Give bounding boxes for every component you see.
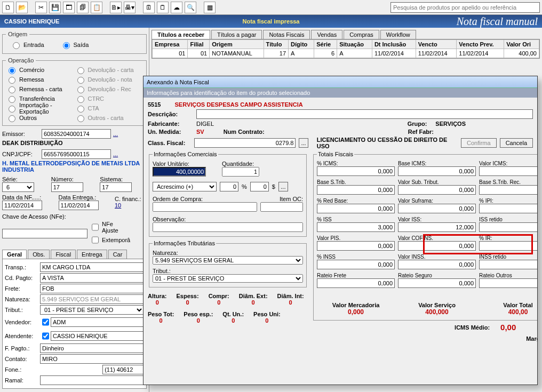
totais-input-6[interactable] — [479, 185, 537, 195]
tool-open-icon[interactable]: 📂 — [16, 2, 28, 13]
tool-grid-icon[interactable]: ▦ — [204, 2, 216, 13]
gtab-workflow[interactable]: Workflow — [380, 30, 416, 39]
gtab-vendas[interactable]: Vendas — [311, 30, 342, 39]
totais-input-22[interactable] — [479, 260, 537, 269]
chk-extempora[interactable]: Extemporâ — [90, 234, 127, 246]
atendente-check[interactable] — [42, 331, 49, 341]
vendedor-input[interactable] — [51, 317, 144, 327]
datanf-input[interactable] — [2, 201, 42, 210]
contato-input[interactable] — [40, 354, 144, 364]
totais-input-0[interactable] — [317, 166, 395, 176]
ramal-input[interactable] — [40, 375, 144, 385]
totais-input-12[interactable] — [317, 222, 395, 232]
fpagto-input[interactable] — [40, 343, 144, 353]
op-import[interactable]: Importação - Exportação — [6, 104, 75, 113]
col-serie[interactable]: Série — [314, 40, 337, 49]
tool-new-icon[interactable]: 🗋 — [2, 2, 14, 13]
totais-input-21[interactable] — [398, 260, 476, 269]
transp-input[interactable] — [40, 262, 144, 272]
tab-car[interactable]: Car — [108, 250, 127, 259]
col-venctoprev[interactable]: Vencto Prev. — [457, 40, 504, 49]
modal-natureza-select[interactable]: 5.949 SERVIÇOS EM GERAL — [153, 256, 303, 265]
acrescimo-lookup[interactable]: ... — [278, 182, 288, 191]
cnpj-lookup[interactable]: ... — [113, 151, 118, 157]
col-filial[interactable]: Filial — [188, 40, 210, 49]
acrescimo-val-input[interactable] — [250, 182, 269, 191]
cnpj-input[interactable] — [42, 149, 111, 159]
totais-input-2[interactable] — [479, 166, 537, 176]
op-dev-carta[interactable]: Devolução - carta — [75, 66, 144, 74]
dataentrega-input[interactable] — [59, 201, 99, 210]
gtab-compras[interactable]: Compras — [344, 30, 379, 39]
itemoc-input[interactable] — [260, 202, 303, 212]
acrescimo-select[interactable]: Acrescimo (+) — [153, 182, 217, 191]
op-remessa[interactable]: Remessa — [6, 75, 75, 84]
totais-input-24[interactable] — [317, 278, 395, 288]
tool-print-icon[interactable]: 🖶▾ — [124, 2, 136, 13]
radio-entrada[interactable]: Entrada — [10, 41, 44, 49]
fone-input[interactable] — [102, 365, 149, 374]
gtab-pagar[interactable]: Títulos a pagar — [211, 30, 262, 39]
tribut-select[interactable]: 01 - PREST DE SERVIÇO — [40, 305, 144, 315]
op-ctrc[interactable]: CTRC — [75, 94, 144, 103]
emissor-lookup[interactable]: ... — [113, 131, 118, 137]
classfiscal-input[interactable] — [194, 138, 296, 148]
totais-input-14[interactable] — [479, 222, 537, 232]
modal-tribut-select[interactable]: 01 - PREST DE SERVIÇO — [153, 274, 303, 283]
gtab-receber[interactable]: Títulos a receber — [152, 30, 210, 39]
col-valor[interactable]: Valor Ori — [504, 40, 539, 49]
natureza-input[interactable] — [40, 294, 144, 304]
cfinanc-link[interactable]: 10 — [115, 202, 121, 209]
col-vencto[interactable]: Vencto — [416, 40, 457, 49]
op-remessa-carta[interactable]: Remessa - carta — [6, 85, 75, 93]
col-dtinc[interactable]: Dt Inclusão — [372, 40, 416, 49]
acrescimo-pct-input[interactable] — [220, 182, 238, 191]
sistema-input[interactable] — [100, 182, 132, 192]
totais-input-5[interactable] — [398, 185, 476, 195]
totais-input-26[interactable] — [479, 278, 537, 288]
pagto-input[interactable] — [40, 273, 144, 283]
cancela-button[interactable]: Cancela — [500, 138, 533, 148]
tab-obs[interactable]: Obs. — [28, 250, 50, 259]
tool-add-doc-icon[interactable]: 🗎▸ — [110, 2, 122, 13]
totais-input-10[interactable] — [479, 204, 537, 213]
chave-input[interactable] — [2, 229, 87, 238]
confirma-button[interactable]: Confirma — [461, 138, 497, 148]
emissor-input[interactable] — [42, 129, 111, 139]
quantidade-input[interactable] — [222, 167, 259, 177]
tool-paste-icon[interactable]: 📋 — [91, 2, 102, 13]
tool-excel-icon[interactable]: 🗔 — [63, 2, 75, 13]
tool-copy-icon[interactable]: 🗐 — [77, 2, 89, 13]
ordemcompra-input[interactable] — [153, 202, 257, 212]
totais-input-13[interactable] — [398, 222, 476, 232]
totais-input-1[interactable] — [398, 166, 476, 176]
col-titulo[interactable]: Título — [264, 40, 289, 49]
tool-search-icon[interactable]: 🔍 — [185, 2, 196, 13]
totais-input-8[interactable] — [317, 204, 395, 213]
valorunit-input[interactable] — [153, 167, 206, 177]
col-empresa[interactable]: Empresa — [153, 40, 188, 49]
receivables-grid[interactable]: Empresa Filial Origem Título Dígito Séri… — [152, 39, 539, 58]
tool-save-icon[interactable]: 💾 — [49, 2, 61, 13]
atendente-input[interactable] — [51, 331, 144, 341]
radio-saida[interactable]: Saída — [60, 41, 89, 49]
col-digito[interactable]: Dígito — [289, 40, 314, 49]
totais-input-17[interactable] — [398, 241, 476, 251]
op-dev-nota[interactable]: Devolução - nota — [75, 75, 144, 84]
tab-geral[interactable]: Geral — [2, 250, 27, 259]
numero-input[interactable] — [51, 182, 83, 192]
tool-cut-icon[interactable]: ✂ — [35, 2, 47, 13]
descricao-input[interactable] — [196, 109, 533, 119]
totais-input-4[interactable] — [317, 185, 395, 195]
product-search-input[interactable] — [390, 2, 540, 13]
totais-input-25[interactable] — [398, 278, 476, 288]
tab-fiscal[interactable]: Fiscal — [51, 250, 76, 259]
totais-input-18[interactable] — [479, 241, 537, 251]
table-row[interactable]: 01 01 NOTAMANUAL 17 A 6 A 11/02/2014 11/… — [153, 49, 539, 58]
tab-entrega[interactable]: Entrega — [77, 250, 107, 259]
totais-input-16[interactable] — [317, 241, 395, 251]
op-outros[interactable]: Outros — [6, 114, 75, 122]
frete-input[interactable] — [40, 284, 144, 293]
classfiscal-lookup[interactable]: ... — [299, 138, 308, 148]
op-dev-rec[interactable]: Devolução - Rec — [75, 85, 144, 93]
